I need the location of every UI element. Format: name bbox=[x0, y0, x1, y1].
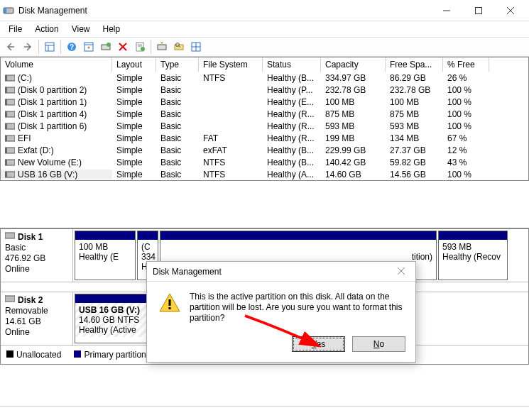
volume-icon bbox=[5, 171, 15, 178]
col-status[interactable]: Status bbox=[263, 57, 321, 72]
volume-icon bbox=[5, 99, 15, 106]
svg-rect-32 bbox=[5, 87, 7, 93]
dialog-message: This is the active partition on this dis… bbox=[190, 292, 404, 324]
minimize-button[interactable] bbox=[430, 0, 462, 21]
volume-rows: (C:)SimpleBasicNTFSHealthy (B...334.97 G… bbox=[1, 72, 528, 180]
confirm-dialog: Disk Management This is the active parti… bbox=[146, 261, 416, 363]
disk-2-size: 14.61 GB bbox=[5, 316, 68, 326]
svg-rect-46 bbox=[5, 172, 7, 177]
action1-icon[interactable] bbox=[154, 39, 170, 55]
close-button[interactable] bbox=[494, 0, 526, 21]
col-type[interactable]: Type bbox=[156, 57, 199, 72]
svg-rect-48 bbox=[5, 296, 15, 302]
disk-icon bbox=[5, 231, 15, 242]
volume-icon bbox=[5, 147, 15, 154]
svg-point-15 bbox=[107, 43, 111, 47]
svg-rect-38 bbox=[5, 123, 7, 129]
svg-rect-22 bbox=[158, 45, 166, 50]
svg-rect-36 bbox=[5, 111, 7, 117]
svg-rect-51 bbox=[169, 299, 171, 306]
disk-2-type: Removable bbox=[5, 306, 68, 316]
dialog-close-button[interactable] bbox=[393, 267, 410, 277]
col-layout[interactable]: Layout bbox=[112, 57, 156, 72]
legend-primary: Primary partition bbox=[84, 350, 146, 360]
swatch-unallocated bbox=[6, 350, 13, 358]
disk-1-size: 476.92 GB bbox=[5, 253, 68, 263]
forward-button[interactable] bbox=[20, 39, 36, 55]
svg-point-13 bbox=[88, 47, 90, 49]
partition[interactable]: 100 MBHealthy (E bbox=[75, 231, 136, 280]
volume-row[interactable]: (Disk 1 partition 1)SimpleBasicHealthy (… bbox=[1, 96, 528, 108]
volume-row[interactable]: EFISimpleBasicFATHealthy (R...199 MB134 … bbox=[1, 132, 528, 144]
properties-icon[interactable] bbox=[132, 39, 148, 55]
menu-file[interactable]: File bbox=[3, 23, 28, 35]
partition-selected[interactable]: USB 16 GB (V:)14.60 GB NTFSHealthy (Acti… bbox=[75, 294, 153, 343]
volume-icon bbox=[5, 87, 15, 94]
volume-row[interactable]: Exfat (D:)SimpleBasicexFATHealthy (B...2… bbox=[1, 144, 528, 156]
warning-icon bbox=[158, 292, 181, 314]
delete-icon[interactable] bbox=[115, 39, 131, 55]
col-percent[interactable]: % Free bbox=[443, 57, 489, 72]
titlebar: Disk Management bbox=[0, 0, 529, 21]
svg-text:?: ? bbox=[70, 43, 74, 51]
no-button[interactable]: No bbox=[352, 336, 405, 352]
disk-1-name: Disk 1 bbox=[18, 232, 43, 242]
disk-1-label[interactable]: Disk 1 Basic 476.92 GB Online bbox=[1, 229, 73, 282]
col-capacity[interactable]: Capacity bbox=[321, 57, 386, 72]
volume-row[interactable]: (Disk 1 partition 4)SimpleBasicHealthy (… bbox=[1, 108, 528, 120]
svg-rect-42 bbox=[5, 148, 7, 153]
disk-2-label[interactable]: Disk 2 Removable 14.61 GB Online bbox=[1, 292, 73, 345]
disk-2-name: Disk 2 bbox=[18, 295, 43, 305]
volume-icon bbox=[5, 111, 15, 118]
volume-row[interactable]: (Disk 0 partition 2)SimpleBasicHealthy (… bbox=[1, 84, 528, 96]
volume-row[interactable]: New Volume (E:)SimpleBasicNTFSHealthy (B… bbox=[1, 156, 528, 168]
volume-list: Volume Layout Type File System Status Ca… bbox=[0, 57, 529, 181]
volume-icon bbox=[5, 74, 15, 82]
svg-point-21 bbox=[141, 47, 145, 51]
disk-1-type: Basic bbox=[5, 243, 68, 253]
disk-1-status: Online bbox=[5, 264, 68, 274]
svg-rect-1 bbox=[4, 8, 6, 13]
create-vhd-icon[interactable] bbox=[98, 39, 114, 55]
maximize-button[interactable] bbox=[462, 0, 494, 21]
settings-icon[interactable] bbox=[81, 39, 97, 55]
menubar: File Action View Help bbox=[0, 21, 529, 37]
svg-rect-6 bbox=[45, 43, 54, 51]
dialog-title: Disk Management bbox=[153, 267, 393, 277]
action2-icon[interactable] bbox=[171, 39, 187, 55]
statusbar bbox=[0, 406, 529, 420]
svg-rect-3 bbox=[475, 7, 481, 13]
svg-rect-44 bbox=[5, 160, 7, 165]
view-split-icon[interactable] bbox=[42, 39, 58, 55]
col-free[interactable]: Free Spa... bbox=[386, 57, 443, 72]
legend-unallocated: Unallocated bbox=[16, 350, 61, 360]
svg-rect-40 bbox=[5, 136, 7, 141]
toolbar: ? bbox=[0, 37, 529, 57]
menu-help[interactable]: Help bbox=[97, 23, 126, 35]
menu-view[interactable]: View bbox=[66, 23, 96, 35]
volume-row[interactable]: (Disk 1 partition 6)SimpleBasicHealthy (… bbox=[1, 120, 528, 132]
svg-rect-47 bbox=[5, 233, 15, 238]
back-button[interactable] bbox=[3, 39, 18, 55]
volume-row[interactable]: (C:)SimpleBasicNTFSHealthy (B...334.97 G… bbox=[1, 72, 528, 84]
col-fs[interactable]: File System bbox=[199, 57, 263, 72]
app-icon bbox=[3, 5, 14, 16]
volume-icon bbox=[5, 159, 15, 166]
disk-icon bbox=[5, 294, 15, 305]
list-header: Volume Layout Type File System Status Ca… bbox=[1, 57, 528, 72]
volume-icon bbox=[5, 135, 15, 142]
svg-rect-34 bbox=[5, 99, 7, 105]
volume-row[interactable]: USB 16 GB (V:)SimpleBasicNTFSHealthy (A.… bbox=[1, 168, 528, 180]
swatch-primary bbox=[74, 350, 81, 358]
help-icon[interactable]: ? bbox=[64, 39, 80, 55]
yes-button[interactable]: Yes bbox=[292, 336, 345, 352]
col-volume[interactable]: Volume bbox=[1, 57, 112, 72]
partition[interactable]: 593 MBHealthy (Recov bbox=[438, 231, 508, 280]
svg-rect-30 bbox=[5, 75, 7, 81]
disk-2-status: Online bbox=[5, 327, 68, 337]
volume-icon bbox=[5, 123, 15, 130]
action3-icon[interactable] bbox=[188, 39, 204, 55]
window-title: Disk Management bbox=[18, 6, 430, 16]
menu-action[interactable]: Action bbox=[29, 23, 64, 35]
svg-rect-52 bbox=[169, 307, 171, 309]
